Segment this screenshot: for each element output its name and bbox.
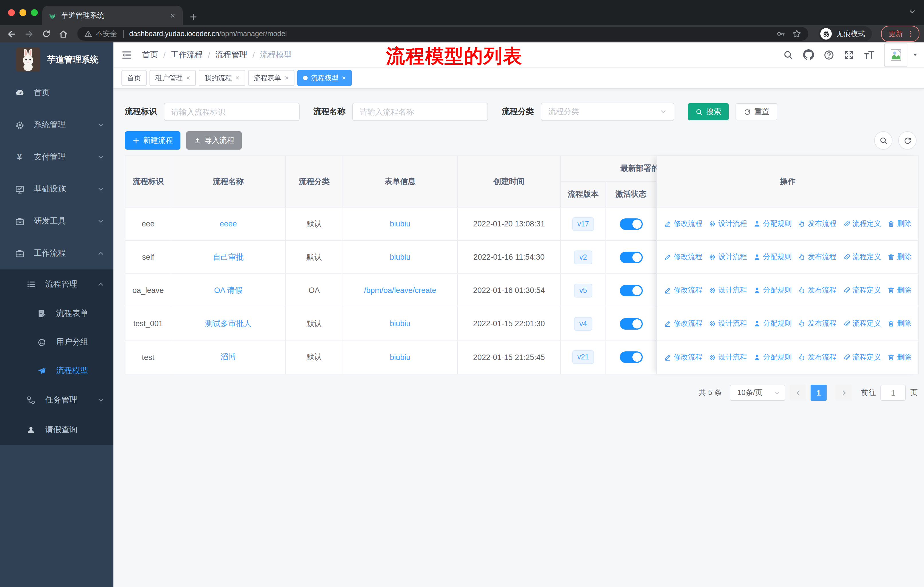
- action-edit-process[interactable]: 修改流程: [664, 252, 702, 262]
- tag-my-process[interactable]: 我的流程×: [199, 70, 245, 86]
- sidebar-item-workflow[interactable]: 工作流程: [0, 237, 114, 270]
- status-toggle[interactable]: [620, 351, 642, 363]
- toggle-search-button[interactable]: [874, 131, 893, 150]
- status-toggle[interactable]: [620, 318, 642, 329]
- close-icon[interactable]: ×: [285, 74, 289, 82]
- menu-dots-icon[interactable]: [906, 30, 914, 38]
- prev-page-button[interactable]: [790, 385, 806, 401]
- tag-home[interactable]: 首页: [121, 70, 147, 86]
- security-status[interactable]: 不安全: [84, 29, 117, 39]
- page-number-1[interactable]: 1: [810, 385, 827, 401]
- action-publish-process[interactable]: 发布流程: [798, 352, 837, 362]
- form-info-link[interactable]: biubiu: [390, 319, 411, 328]
- next-page-button[interactable]: [836, 385, 852, 401]
- browser-update-button[interactable]: 更新: [881, 26, 919, 42]
- action-design-process[interactable]: 设计流程: [709, 319, 747, 329]
- status-toggle[interactable]: [620, 251, 642, 263]
- page-size-select[interactable]: 10条/页: [730, 385, 785, 401]
- process-name-link[interactable]: 自己审批: [213, 252, 244, 262]
- tab-search-chevron-icon[interactable]: [909, 8, 916, 15]
- minimize-window-button[interactable]: [20, 9, 26, 16]
- action-edit-process[interactable]: 修改流程: [664, 352, 702, 362]
- browser-tab[interactable]: 芋道管理系统: [42, 6, 183, 25]
- sidebar-item-user-group[interactable]: 用户分组: [0, 328, 114, 357]
- form-info-link[interactable]: /bpm/oa/leave/create: [364, 286, 436, 294]
- process-key-input[interactable]: [164, 103, 300, 121]
- action-edit-process[interactable]: 修改流程: [664, 219, 702, 229]
- tab-close-icon[interactable]: [168, 11, 177, 20]
- sidebar-item-process-model[interactable]: 流程模型: [0, 357, 114, 385]
- action-edit-process[interactable]: 修改流程: [664, 286, 702, 295]
- process-name-link[interactable]: OA 请假: [214, 285, 242, 296]
- form-info-link[interactable]: biubiu: [390, 253, 411, 261]
- sidebar-item-payment[interactable]: ¥ 支付管理: [0, 141, 114, 173]
- github-icon[interactable]: [803, 49, 814, 60]
- action-publish-process[interactable]: 发布流程: [798, 319, 837, 329]
- import-process-button[interactable]: 导入流程: [186, 131, 242, 150]
- action-assign-rule[interactable]: 分配规则: [753, 286, 792, 295]
- action-process-definition[interactable]: 流程定义: [843, 286, 881, 295]
- close-window-button[interactable]: [8, 9, 15, 16]
- action-publish-process[interactable]: 发布流程: [798, 286, 837, 295]
- bookmark-star-icon[interactable]: [792, 29, 802, 38]
- process-name-input[interactable]: [352, 103, 488, 121]
- zoom-window-button[interactable]: [31, 9, 38, 16]
- action-design-process[interactable]: 设计流程: [709, 219, 747, 229]
- search-button[interactable]: 搜索: [688, 103, 729, 121]
- back-button[interactable]: [5, 29, 19, 39]
- reset-button[interactable]: 重置: [736, 103, 777, 121]
- action-publish-process[interactable]: 发布流程: [798, 219, 837, 229]
- address-bar[interactable]: 不安全 dashboard.yudao.iocoder.cn/bpm/manag…: [78, 27, 808, 41]
- action-design-process[interactable]: 设计流程: [709, 252, 747, 262]
- close-icon[interactable]: ×: [342, 74, 346, 82]
- status-toggle[interactable]: [620, 218, 642, 230]
- close-icon[interactable]: ×: [186, 74, 190, 82]
- font-size-icon[interactable]: [864, 49, 875, 60]
- action-design-process[interactable]: 设计流程: [709, 286, 747, 295]
- action-assign-rule[interactable]: 分配规则: [753, 319, 792, 329]
- help-icon[interactable]: [824, 50, 834, 60]
- tag-tenant-management[interactable]: 租户管理×: [150, 70, 196, 86]
- process-name-link[interactable]: eeee: [220, 220, 237, 228]
- action-delete[interactable]: 删除: [887, 319, 911, 329]
- sidebar-item-process-management[interactable]: 流程管理: [0, 270, 114, 299]
- password-key-icon[interactable]: [776, 29, 785, 38]
- form-info-link[interactable]: biubiu: [390, 353, 411, 361]
- goto-page-input[interactable]: [881, 385, 906, 401]
- sidebar-item-infrastructure[interactable]: 基础设施: [0, 173, 114, 205]
- process-name-link[interactable]: 测试多审批人: [205, 318, 251, 329]
- action-delete[interactable]: 删除: [887, 286, 911, 295]
- action-design-process[interactable]: 设计流程: [709, 352, 747, 362]
- refresh-table-button[interactable]: [898, 131, 917, 150]
- forward-button[interactable]: [22, 29, 36, 39]
- close-icon[interactable]: ×: [236, 74, 239, 82]
- action-process-definition[interactable]: 流程定义: [843, 352, 881, 362]
- sidebar-item-task-management[interactable]: 任务管理: [0, 385, 114, 415]
- create-process-button[interactable]: 新建流程: [125, 131, 180, 150]
- fullscreen-icon[interactable]: [844, 50, 854, 60]
- action-edit-process[interactable]: 修改流程: [664, 319, 702, 329]
- action-process-definition[interactable]: 流程定义: [843, 319, 881, 329]
- breadcrumb-workflow[interactable]: 工作流程: [171, 50, 203, 60]
- tag-process-form[interactable]: 流程表单×: [248, 70, 294, 86]
- action-assign-rule[interactable]: 分配规则: [753, 219, 792, 229]
- status-toggle[interactable]: [620, 284, 642, 296]
- action-delete[interactable]: 删除: [887, 352, 911, 362]
- sidebar-item-devtools[interactable]: 研发工具: [0, 205, 114, 237]
- sidebar-item-process-form[interactable]: 流程表单: [0, 299, 114, 328]
- home-button[interactable]: [57, 29, 71, 39]
- action-process-definition[interactable]: 流程定义: [843, 252, 881, 262]
- breadcrumb-process-management[interactable]: 流程管理: [215, 50, 248, 60]
- sidebar-item-home[interactable]: 首页: [0, 77, 114, 109]
- window-controls[interactable]: [8, 9, 38, 16]
- user-menu[interactable]: [884, 43, 918, 66]
- action-process-definition[interactable]: 流程定义: [843, 219, 881, 229]
- search-icon[interactable]: [783, 50, 794, 60]
- tag-process-model[interactable]: 流程模型×: [297, 70, 352, 86]
- action-assign-rule[interactable]: 分配规则: [753, 352, 792, 362]
- reload-button[interactable]: [39, 29, 53, 38]
- avatar[interactable]: [884, 43, 908, 66]
- breadcrumb-home[interactable]: 首页: [142, 50, 158, 60]
- action-publish-process[interactable]: 发布流程: [798, 252, 837, 262]
- process-name-link[interactable]: 滔博: [221, 352, 236, 362]
